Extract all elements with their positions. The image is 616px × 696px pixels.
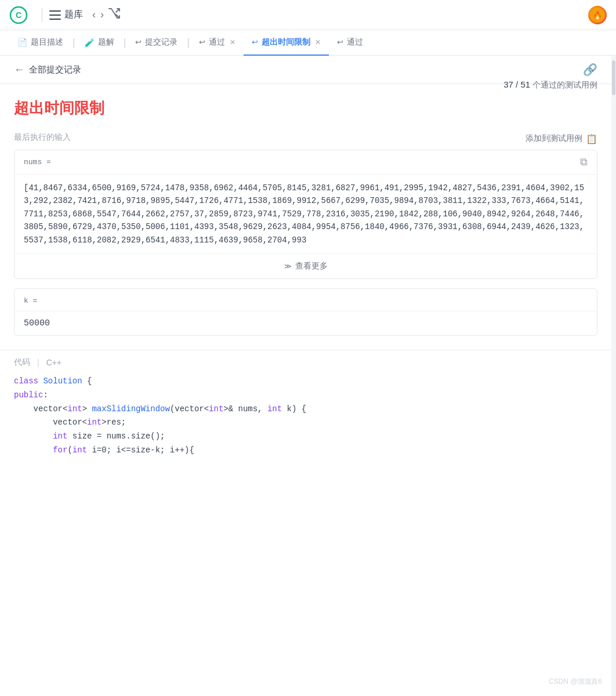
code-line-1: class Solution {	[14, 375, 597, 389]
logo[interactable]: C	[9, 6, 28, 24]
tab-solution-label: 题解	[98, 37, 114, 48]
tab-divider-2: |	[122, 37, 128, 49]
back-label: 全部提交记录	[29, 64, 81, 75]
code-lang: C++	[46, 358, 61, 367]
nav-title: 题库	[64, 9, 83, 21]
code-line-3: vector<int> maxSlidingWindow(vector<int>…	[14, 403, 597, 416]
tab-bar: 📄 题目描述 | 🧪 题解 | ↩ 提交记录 | ↩ 通过 ✕ ↩ 超出时间限制…	[0, 30, 616, 56]
test-count: 37 / 51	[503, 79, 530, 89]
back-button[interactable]: ← 全部提交记录	[14, 64, 81, 76]
close-tle-button[interactable]: ✕	[315, 38, 321, 46]
nums-input-block: nums = ⧉ [41,8467,6334,6500,9169,5724,14…	[14, 150, 597, 279]
main-panel: ← 全部提交记录 🔗 超出时间限制 37 / 51 个通过的测试用例 最后执行的…	[0, 56, 611, 696]
k-block-header: k =	[15, 289, 597, 311]
copy-nums-button[interactable]: ⧉	[580, 156, 588, 168]
nums-value: [41,8467,6334,6500,9169,5724,1478,9358,6…	[15, 175, 597, 253]
k-input-block: k = 50000	[14, 288, 597, 336]
tle-tab-icon: ↩	[252, 38, 258, 46]
last-input-label: 最后执行的输入	[14, 132, 71, 143]
view-more-label: 查看更多	[295, 261, 328, 271]
add-test-label: 添加到测试用例	[526, 133, 582, 144]
avatar[interactable]: 🔥	[588, 6, 607, 24]
nums-block-header: nums = ⧉	[15, 150, 597, 175]
solution-tab-icon: 🧪	[85, 38, 95, 47]
section-header: 最后执行的输入 添加到测试用例 📋	[0, 132, 611, 145]
scrollbar[interactable]	[611, 56, 616, 696]
tab-passed2[interactable]: ↩ 通过	[329, 30, 371, 56]
svg-text:C: C	[16, 10, 21, 20]
chevron-down-icon: ≫	[284, 262, 292, 270]
result-section: 超出时间限制 37 / 51 个通过的测试用例	[0, 84, 611, 123]
nav-divider	[42, 8, 42, 22]
top-navigation: C 题库 ‹ › 🔥	[0, 0, 616, 30]
tab-passed1[interactable]: ↩ 通过 ✕	[191, 30, 244, 56]
description-tab-icon: 📄	[17, 38, 27, 47]
close-passed1-button[interactable]: ✕	[230, 38, 235, 46]
view-more-button[interactable]: ≫ 查看更多	[15, 253, 597, 278]
tab-divider-1: |	[71, 37, 77, 49]
nums-var-label: nums =	[24, 158, 51, 166]
code-section-header: 代码 | C++	[0, 350, 611, 375]
tab-submissions-label: 提交记录	[145, 37, 177, 48]
test-case-info: 37 / 51 个通过的测试用例	[503, 79, 597, 90]
tab-submissions[interactable]: ↩ 提交记录	[127, 30, 186, 56]
tab-description[interactable]: 📄 题目描述	[9, 30, 71, 56]
passed2-tab-icon: ↩	[337, 38, 343, 46]
tab-tle-label: 超出时间限制	[262, 37, 310, 48]
code-line-4: vector<int>res;	[14, 416, 597, 430]
tab-passed2-label: 通过	[347, 37, 363, 48]
test-label: 个通过的测试用例	[532, 80, 597, 89]
submissions-tab-icon: ↩	[135, 38, 142, 46]
footer-watermark: CSDN @溜溜真6	[549, 677, 602, 687]
passed1-tab-icon: ↩	[199, 38, 205, 46]
tab-divider-3: |	[186, 37, 191, 49]
k-var-label: k =	[24, 296, 37, 305]
code-divider: |	[37, 358, 39, 367]
scroll-thumb[interactable]	[612, 60, 615, 95]
next-arrow[interactable]: ›	[100, 9, 104, 21]
code-line-6: for(int i=0; i<=size-k; i++){	[14, 444, 597, 458]
tab-tle[interactable]: ↩ 超出时间限制 ✕	[244, 30, 329, 56]
svg-text:🔥: 🔥	[593, 10, 603, 20]
add-test-button[interactable]: 添加到测试用例 📋	[526, 133, 597, 144]
code-line-5: int size = nums.size();	[14, 430, 597, 444]
list-icon[interactable]	[49, 10, 61, 20]
link-icon[interactable]: 🔗	[583, 63, 597, 76]
add-to-test-icon: 📋	[586, 133, 597, 144]
sub-header-right: 🔗	[583, 63, 597, 77]
result-status: 超出时间限制	[14, 98, 104, 118]
tab-description-label: 题目描述	[31, 37, 63, 48]
code-line-2: public:	[14, 389, 597, 403]
code-label: 代码	[14, 357, 30, 368]
nav-right: 🔥	[588, 6, 607, 24]
code-display: class Solution { public: vector<int> max…	[14, 375, 597, 458]
back-arrow-icon: ←	[14, 64, 24, 76]
tab-solution[interactable]: 🧪 题解	[77, 30, 122, 56]
k-value: 50000	[15, 311, 597, 335]
content-area: ← 全部提交记录 🔗 超出时间限制 37 / 51 个通过的测试用例 最后执行的…	[0, 56, 616, 696]
shuffle-icon[interactable]	[108, 8, 121, 21]
tab-passed1-label: 通过	[209, 37, 225, 48]
prev-arrow[interactable]: ‹	[92, 9, 96, 21]
